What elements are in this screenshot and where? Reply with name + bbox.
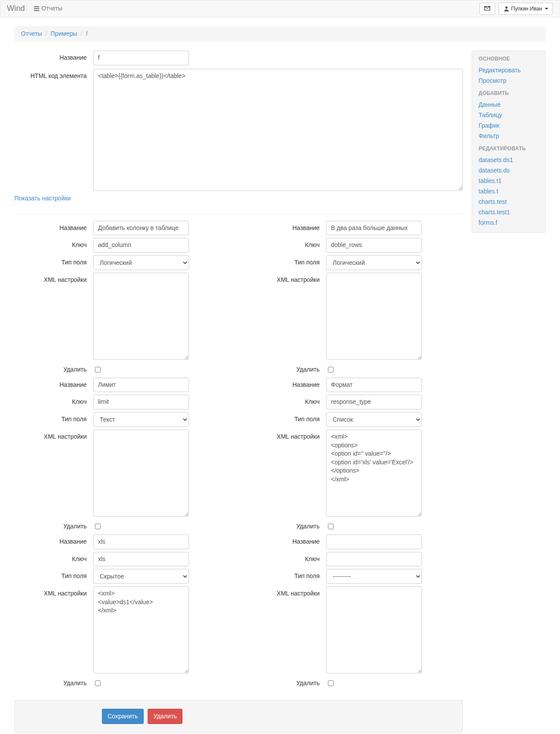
- svg-point-3: [505, 7, 507, 9]
- field-key-input[interactable]: [93, 395, 189, 409]
- field-label: Ключ: [14, 395, 93, 406]
- field-label: Удалить: [247, 676, 326, 688]
- field-block: НазваниеКлючТип поляЛогическийТекстСписо…: [14, 378, 230, 534]
- field-delete-checkbox[interactable]: [328, 680, 334, 686]
- field-type-select[interactable]: ЛогическийТекстСписокСкрытое---------: [93, 569, 189, 584]
- field-xml-textarea[interactable]: [93, 273, 189, 360]
- save-button[interactable]: Сохранить: [102, 709, 144, 724]
- envelope-icon: [484, 5, 490, 11]
- action-well: Сохранить Удалить: [14, 700, 463, 733]
- field-name-input[interactable]: [326, 378, 422, 392]
- field-label: Название: [247, 221, 326, 233]
- field-label: Ключ: [14, 552, 93, 564]
- sidebar-item[interactable]: datasets.ds1: [479, 155, 539, 166]
- field-label: XML настройки: [247, 273, 326, 284]
- field-delete-checkbox[interactable]: [328, 524, 334, 529]
- field-xml-textarea[interactable]: <xml> <value>ds1</value> </xml>: [93, 586, 189, 673]
- field-label: Удалить: [14, 519, 93, 531]
- nav-reports[interactable]: Отчеты: [34, 4, 62, 13]
- field-type-select[interactable]: ЛогическийТекстСписокСкрытое---------: [326, 412, 422, 427]
- field-key-input[interactable]: [326, 395, 422, 409]
- breadcrumb-examples[interactable]: Примеры: [51, 30, 77, 37]
- nav-reports-label: Отчеты: [41, 4, 62, 13]
- field-name-input[interactable]: [93, 534, 189, 549]
- field-label: Тип поля: [247, 569, 326, 581]
- field-block: НазваниеКлючТип поляЛогическийТекстСписо…: [14, 534, 230, 691]
- sidebar-edit[interactable]: Редактировать: [479, 65, 539, 76]
- svg-rect-1: [34, 8, 39, 9]
- show-settings-link[interactable]: Показать настройки: [14, 194, 71, 203]
- field-block: НазваниеКлючТип поляЛогическийТекстСписо…: [247, 378, 463, 534]
- field-block: НазваниеКлючТип поляЛогическийТекстСписо…: [247, 534, 463, 691]
- sidebar-item[interactable]: tables.t1: [479, 176, 539, 186]
- field-label: Ключ: [247, 238, 326, 250]
- field-xml-textarea[interactable]: [93, 430, 189, 517]
- field-label: Тип поля: [14, 412, 93, 424]
- field-name-input[interactable]: [93, 378, 189, 392]
- field-key-input[interactable]: [93, 552, 189, 567]
- messages-button[interactable]: [479, 3, 495, 15]
- html-code-textarea[interactable]: <table>{{form.as_table}}</table>: [93, 69, 463, 191]
- field-label: Название: [14, 221, 93, 233]
- sidebar-panel: Основное Редактировать Просмотр Добавить…: [472, 51, 546, 233]
- field-block: НазваниеКлючТип поляЛогическийТекстСписо…: [247, 221, 463, 378]
- field-label: Название: [247, 534, 326, 546]
- field-type-select[interactable]: ЛогическийТекстСписокСкрытое---------: [326, 255, 422, 270]
- field-label: Название: [247, 378, 326, 389]
- name-label: Название: [14, 51, 93, 62]
- svg-rect-0: [34, 7, 39, 7]
- breadcrumb-reports[interactable]: Отчеты: [21, 30, 42, 37]
- field-key-input[interactable]: [326, 238, 422, 253]
- sidebar-view[interactable]: Просмотр: [479, 76, 539, 86]
- breadcrumb-current: f: [77, 30, 88, 38]
- svg-rect-2: [34, 10, 39, 11]
- field-label: XML настройки: [14, 586, 93, 598]
- field-label: Ключ: [247, 552, 326, 564]
- field-type-select[interactable]: ЛогическийТекстСписокСкрытое---------: [326, 569, 422, 584]
- user-menu-button[interactable]: Пупкин Иван: [499, 3, 553, 15]
- field-xml-textarea[interactable]: [326, 273, 422, 360]
- sidebar-add-data[interactable]: Данные: [479, 100, 539, 110]
- field-label: Удалить: [14, 676, 93, 688]
- field-type-select[interactable]: ЛогическийТекстСписокСкрытое---------: [93, 412, 189, 427]
- field-delete-checkbox[interactable]: [328, 367, 334, 372]
- html-code-label: HTML код элемента: [14, 69, 93, 81]
- sidebar-item[interactable]: forms.f: [479, 218, 539, 228]
- field-delete-checkbox[interactable]: [95, 680, 101, 686]
- field-block: НазваниеКлючТип поляЛогическийТекстСписо…: [14, 221, 230, 378]
- sidebar-add-filter[interactable]: Фильтр: [479, 131, 539, 142]
- sidebar-item[interactable]: charts.test: [479, 197, 539, 207]
- field-type-select[interactable]: ЛогическийТекстСписокСкрытое---------: [93, 255, 189, 270]
- navbar: Wind Отчеты Пупкин Иван: [0, 0, 560, 17]
- sidebar-item[interactable]: datasets.ds: [479, 166, 539, 176]
- user-name-label: Пупкин Иван: [511, 5, 542, 13]
- field-label: XML настройки: [14, 430, 93, 441]
- field-xml-textarea[interactable]: [326, 586, 422, 673]
- field-delete-checkbox[interactable]: [95, 524, 101, 529]
- field-label: XML настройки: [247, 586, 326, 598]
- brand-link[interactable]: Wind: [7, 3, 25, 14]
- sidebar-add-table[interactable]: Таблицу: [479, 110, 539, 121]
- field-key-input[interactable]: [93, 238, 189, 253]
- field-name-input[interactable]: [326, 534, 422, 549]
- field-xml-textarea[interactable]: <xml> <options> <option id='' value=''/>…: [326, 430, 422, 517]
- user-icon: [503, 6, 509, 12]
- sidebar-add-chart[interactable]: График: [479, 121, 539, 131]
- field-name-input[interactable]: [93, 221, 189, 236]
- sidebar-item[interactable]: charts.test1: [479, 207, 539, 218]
- caret-down-icon: [545, 8, 548, 10]
- field-label: Удалить: [247, 519, 326, 531]
- field-delete-checkbox[interactable]: [95, 367, 101, 372]
- field-key-input[interactable]: [326, 552, 422, 567]
- field-label: Название: [14, 534, 93, 546]
- sidebar-heading-add: Добавить: [479, 90, 539, 97]
- name-input[interactable]: [93, 51, 189, 65]
- field-name-input[interactable]: [326, 221, 422, 236]
- sidebar-heading-editlist: Редактировать: [479, 145, 539, 152]
- field-label: Удалить: [14, 362, 93, 374]
- field-label: Удалить: [247, 362, 326, 374]
- sidebar-item[interactable]: tables.t: [479, 186, 539, 197]
- delete-button[interactable]: Удалить: [148, 709, 182, 724]
- field-label: Тип поля: [14, 255, 93, 267]
- field-label: Тип поля: [247, 412, 326, 424]
